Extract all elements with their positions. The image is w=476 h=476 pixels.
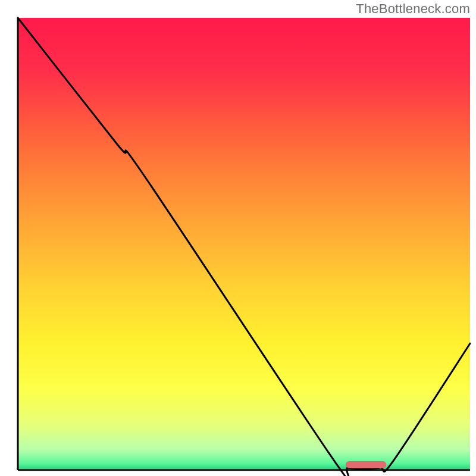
optimal-marker <box>346 461 386 468</box>
bottleneck-chart <box>0 0 476 476</box>
chart-background-gradient <box>18 18 470 470</box>
watermark-text: TheBottleneck.com <box>356 1 470 17</box>
chart-svg <box>0 0 476 476</box>
